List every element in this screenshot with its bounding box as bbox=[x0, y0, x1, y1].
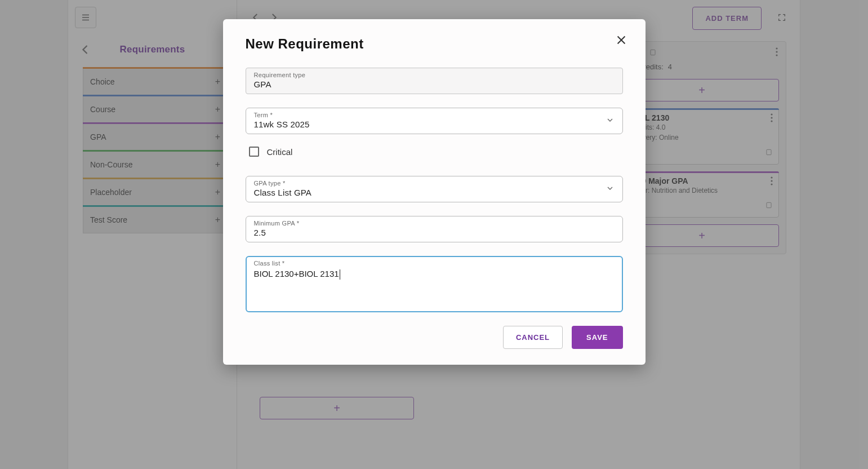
class-list-field[interactable]: Class list * BIOL 2130+BIOL 2131 bbox=[246, 256, 623, 312]
modal-title: New Requirement bbox=[246, 36, 623, 52]
checkbox-icon bbox=[249, 147, 259, 157]
chevron-down-icon bbox=[606, 184, 615, 195]
modal-overlay: New Requirement Requirement type GPA Ter… bbox=[0, 0, 868, 469]
field-label: Term * bbox=[254, 112, 615, 118]
field-label: Requirement type bbox=[254, 72, 615, 78]
cancel-button[interactable]: CANCEL bbox=[503, 326, 563, 349]
requirement-type-field[interactable]: Requirement type GPA bbox=[246, 68, 623, 94]
field-label: GPA type * bbox=[254, 180, 615, 187]
field-value: Class List GPA bbox=[254, 188, 615, 197]
class-list-value: BIOL 2130+BIOL 2131 bbox=[254, 268, 615, 307]
field-value: 2.5 bbox=[254, 228, 615, 237]
close-button[interactable] bbox=[613, 32, 630, 48]
field-value: GPA bbox=[254, 79, 615, 89]
checkbox-label: Critical bbox=[267, 147, 293, 157]
text-cursor bbox=[340, 269, 340, 280]
minimum-gpa-field[interactable]: Minimum GPA * 2.5 bbox=[246, 216, 623, 242]
chevron-down-icon bbox=[606, 116, 615, 127]
field-label: Class list * bbox=[254, 260, 615, 267]
term-select[interactable]: Term * 11wk SS 2025 bbox=[246, 108, 623, 134]
new-requirement-modal: New Requirement Requirement type GPA Ter… bbox=[223, 19, 646, 365]
critical-checkbox[interactable]: Critical bbox=[246, 147, 623, 157]
gpa-type-select[interactable]: GPA type * Class List GPA bbox=[246, 176, 623, 202]
field-value: 11wk SS 2025 bbox=[254, 120, 615, 129]
field-label: Minimum GPA * bbox=[254, 220, 615, 227]
close-icon bbox=[615, 34, 627, 46]
save-button[interactable]: SAVE bbox=[572, 326, 622, 349]
class-list-text: BIOL 2130+BIOL 2131 bbox=[254, 269, 339, 278]
